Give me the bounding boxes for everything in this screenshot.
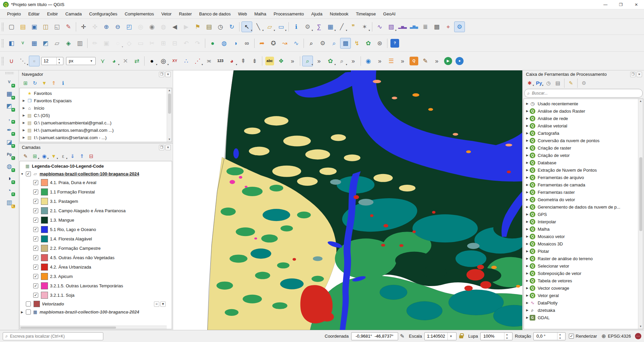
- legend-class-checkbox[interactable]: ✓: [33, 208, 38, 213]
- expand-arrow-icon[interactable]: ▶: [525, 146, 530, 150]
- legend-class-row[interactable]: ✓1.1 Formação Florestal: [20, 187, 172, 196]
- annotations[interactable]: ✶▾: [359, 21, 370, 32]
- overflow-2[interactable]: »: [314, 56, 324, 66]
- legend-color-swatch[interactable]: [34, 301, 40, 307]
- legend-class-checkbox[interactable]: ✓: [33, 199, 38, 204]
- bridge-tool[interactable]: ≍: [204, 56, 214, 66]
- rotation-input[interactable]: [534, 334, 557, 339]
- browser-item-g[interactable]: ▶▤G:\ (samuelsantosambiental@gmail.c...): [20, 119, 172, 126]
- raster-picker[interactable]: ▩: [340, 38, 351, 49]
- legend-class-checkbox[interactable]: ✓: [33, 227, 38, 232]
- expand-all[interactable]: ⇓: [68, 152, 77, 160]
- expand-arrow-icon[interactable]: ▶: [525, 242, 530, 245]
- data-source-manager[interactable]: ◧: [6, 38, 17, 49]
- options-wrench[interactable]: ⚙: [580, 79, 588, 87]
- zoom-out[interactable]: ⊖: [112, 21, 123, 32]
- add-mesh-layer[interactable]: ◩: [40, 38, 51, 49]
- processing-group-geometria-do-vetor[interactable]: ▶QGeometria do vetor: [524, 196, 643, 203]
- offset-down[interactable]: ⇟: [249, 56, 260, 66]
- add-raster-layer[interactable]: ▦+: [4, 89, 15, 99]
- layer-vetorizado[interactable]: Vetorizado⌗▼: [20, 300, 172, 308]
- processing-group-vetor-geral[interactable]: ▶QVetor geral: [524, 292, 643, 299]
- expand-arrow-icon[interactable]: ▶: [525, 272, 530, 275]
- legend-class-row[interactable]: ✓2.1. Campo Alagado e Área Pantanosa: [20, 206, 172, 215]
- memory-layer-indicator-icon[interactable]: ⌗: [154, 301, 159, 307]
- expand-arrow-icon[interactable]: ▶: [525, 220, 530, 223]
- vertex-tool[interactable]: ⋱▾: [17, 56, 28, 66]
- style-manager[interactable]: ✎: [63, 21, 74, 32]
- legend-class-checkbox[interactable]: ✓: [33, 274, 38, 279]
- map-tips[interactable]: ❞: [348, 21, 359, 32]
- open-layer-styling[interactable]: ✎: [21, 152, 30, 160]
- open-project[interactable]: ▤: [17, 21, 28, 32]
- snapping-magnet[interactable]: ∪: [6, 56, 17, 66]
- legend-color-swatch[interactable]: [41, 273, 48, 280]
- processing-group-mosaicos-3d[interactable]: ▶QMosaicos 3D: [524, 240, 643, 247]
- zoom-full[interactable]: ◰: [124, 21, 135, 32]
- processing-group-usado-recentemente[interactable]: ▶◷Usado recentemente: [524, 100, 643, 107]
- expand-arrow-icon[interactable]: ▶: [525, 117, 530, 120]
- processing-group-gerenciamento-de-dados-da-nuvem-de-p-[interactable]: ▶QGerenciamento de dados da nuvem de p..…: [524, 203, 643, 211]
- legend-color-swatch[interactable]: [41, 179, 48, 186]
- split-features[interactable]: ⋰▾: [192, 56, 203, 66]
- expand-arrow-icon[interactable]: ▶: [21, 99, 26, 102]
- layer-legend-table[interactable]: ▦Legenda-Colecao-10-Legend-Code: [20, 162, 172, 170]
- search-blue[interactable]: ⌕: [329, 38, 339, 49]
- binoculars[interactable]: ∞: [241, 38, 252, 49]
- models[interactable]: ✱▾: [525, 79, 534, 87]
- style-paint[interactable]: ✎: [420, 56, 431, 66]
- toolbar-drag-handle[interactable]: [5, 72, 14, 74]
- legend-class-checkbox[interactable]: ✓: [33, 236, 38, 241]
- expand-arrow-icon[interactable]: ▶: [21, 136, 26, 139]
- filter-browser[interactable]: ▼: [40, 79, 49, 87]
- add-virtual-layer[interactable]: ▥+▾: [4, 197, 15, 208]
- expand-arrow-icon[interactable]: ▶: [525, 301, 530, 304]
- orange-q[interactable]: Q: [410, 57, 418, 65]
- overflow-4[interactable]: »: [374, 56, 385, 66]
- collapse-all-layers[interactable]: ⇑: [77, 152, 86, 160]
- new-print-layout[interactable]: ◫: [40, 21, 51, 32]
- layer-checkbox[interactable]: [26, 301, 31, 306]
- manage-map-themes[interactable]: ◉▾: [40, 152, 49, 160]
- zoom-to-selection[interactable]: ◉: [147, 21, 157, 32]
- processing-search[interactable]: ⌕: [524, 89, 643, 98]
- add-postgis[interactable]: Pg+▾: [4, 149, 15, 160]
- legend-color-swatch[interactable]: [41, 254, 48, 261]
- browser-item-incio[interactable]: ▶⌂Início: [20, 104, 172, 112]
- expand-arrow-icon[interactable]: ▶: [525, 264, 530, 268]
- expand-arrow-icon[interactable]: ▶: [525, 161, 530, 164]
- zoom-in[interactable]: ⊕: [101, 21, 112, 32]
- vegetation-tool[interactable]: ✿: [363, 38, 374, 49]
- legend-class-checkbox[interactable]: ✓: [33, 283, 38, 288]
- menu-raster[interactable]: Raster: [175, 10, 195, 18]
- filter-indicator-icon[interactable]: ▼: [160, 301, 166, 307]
- expand-arrow-icon[interactable]: ▶: [21, 128, 26, 132]
- overflow-6[interactable]: »: [431, 56, 442, 66]
- processing-search-input[interactable]: [532, 91, 640, 96]
- compass[interactable]: ✪: [268, 38, 279, 49]
- legend-class-row[interactable]: ✓4.2. Área Urbanizada: [20, 262, 172, 272]
- zoom-last[interactable]: ◀: [169, 21, 180, 32]
- add-mesh-layer[interactable]: ◩+: [4, 101, 15, 111]
- expand-arrow-icon[interactable]: ▶: [525, 205, 530, 209]
- blob-symbol[interactable]: ◕▾: [226, 56, 237, 66]
- legend-class-checkbox[interactable]: ✓: [33, 293, 38, 298]
- menu-processamento[interactable]: Processamento: [270, 10, 308, 18]
- new-virtual-layer[interactable]: ▥: [74, 38, 85, 49]
- legend-class-checkbox[interactable]: ✓: [33, 218, 38, 223]
- menu-configura-es[interactable]: Configurações: [86, 10, 121, 18]
- add-selected-layers[interactable]: ⊞: [21, 79, 30, 87]
- expand-arrow-icon[interactable]: ▶: [525, 109, 530, 113]
- collapse-arrow-icon[interactable]: ▼: [20, 172, 24, 176]
- new-geopackage-layer[interactable]: ◈: [63, 38, 74, 49]
- new-3d-map[interactable]: ▧▾: [386, 21, 396, 32]
- processing-group-database[interactable]: ▶QDatabase: [524, 159, 643, 166]
- expand-arrow-icon[interactable]: ▶: [20, 310, 24, 314]
- processing-group-plotar[interactable]: ▶QPlotar: [524, 247, 643, 255]
- menu-exibir[interactable]: Exibir: [43, 10, 62, 18]
- filter-legend[interactable]: ▼▾: [49, 152, 58, 160]
- advanced-digitizing[interactable]: ▫: [29, 56, 40, 66]
- processing-group-gdal[interactable]: ▶GGDAL: [524, 314, 643, 321]
- expand-arrow-icon[interactable]: ▶: [525, 139, 530, 142]
- label-abc[interactable]: abc: [265, 57, 274, 65]
